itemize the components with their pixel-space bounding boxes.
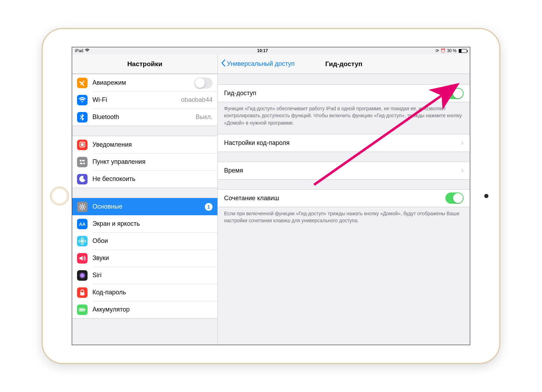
flower-icon (77, 236, 88, 246)
status-bar: iPad 10:17 ⟳ ⏰ 30 % (72, 47, 470, 54)
screen: iPad 10:17 ⟳ ⏰ 30 % Настройки АвиарежимW… (72, 47, 470, 345)
svg-rect-3 (82, 160, 85, 161)
svg-point-17 (81, 238, 83, 240)
back-label: Универсальный доступ (227, 60, 295, 68)
sidebar-item-label: Аккумулятор (92, 306, 213, 313)
row-label: Сочетание клавиш (224, 195, 445, 202)
svg-point-20 (84, 240, 86, 242)
toggle-guided-access[interactable] (445, 88, 464, 99)
svg-text:AA: AA (79, 222, 86, 227)
detail-body[interactable]: Гид-доступ Функция «Гид-доступ» обеспечи… (218, 74, 470, 345)
back-button[interactable]: Универсальный доступ (221, 59, 295, 68)
speaker-icon (77, 253, 88, 264)
sidebar-item-detail: Выкл. (195, 113, 213, 121)
aa-icon: AA (77, 219, 88, 229)
battery-percent: 30 % (447, 48, 457, 53)
camera-dot (484, 194, 488, 198)
ipad-frame: iPad 10:17 ⟳ ⏰ 30 % Настройки АвиарежимW… (42, 28, 500, 364)
sidebar-item-flower[interactable]: Обои (72, 232, 217, 250)
control-icon (77, 157, 88, 167)
sidebar-item-label: Код-пароль (92, 289, 213, 296)
svg-point-21 (79, 272, 85, 279)
device-label: iPad (75, 48, 83, 53)
sidebar-item-label: Авиарежим (92, 79, 194, 86)
sidebar-item-label: Экран и яркость (92, 220, 213, 227)
row-label: Время (224, 167, 461, 174)
battery-icon (77, 304, 88, 315)
alarm-icon: ⏰ (440, 48, 446, 53)
chevron-right-icon: › (461, 138, 464, 147)
settings-sidebar: Настройки АвиарежимWi-Fiobaobab44Bluetoo… (72, 54, 218, 345)
svg-point-2 (80, 160, 82, 161)
sidebar-item-label: Wi-Fi (92, 96, 181, 104)
battery-icon (459, 49, 467, 53)
svg-line-14 (80, 208, 81, 209)
detail-pane: Универсальный доступ Гид-доступ Гид-дост… (218, 54, 470, 345)
sidebar-item-label: Не беспокоить (92, 175, 213, 183)
sidebar-item-speaker[interactable]: Звуки (72, 250, 217, 267)
svg-point-6 (81, 205, 84, 208)
sidebar-item-detail: obaobab44 (181, 96, 213, 104)
svg-rect-25 (80, 309, 84, 310)
badge: 1 (205, 203, 213, 211)
sidebar-item-battery[interactable]: Аккумулятор (72, 301, 217, 318)
row-label: Настройки код-пароля (224, 139, 461, 147)
sidebar-item-label: Основные (92, 203, 205, 210)
row-passcode-settings[interactable]: Настройки код-пароля › (218, 134, 470, 152)
svg-point-18 (81, 243, 83, 245)
sidebar-item-lock[interactable]: Код-пароль (72, 284, 217, 301)
toggle-airplane[interactable] (194, 77, 213, 89)
toggle-shortcut[interactable] (445, 192, 464, 204)
sidebar-item-moon[interactable]: Не беспокоить (72, 170, 217, 188)
sidebar-title: Настройки (72, 54, 217, 74)
sidebar-item-control[interactable]: Пункт управления (72, 153, 217, 170)
svg-rect-24 (85, 309, 85, 310)
sidebar-item-wifi[interactable]: Wi-Fiobaobab44 (72, 91, 217, 108)
sidebar-item-aa[interactable]: AAЭкран и яркость (72, 215, 217, 232)
sidebar-item-label: Уведомления (92, 141, 213, 148)
sidebar-item-label: Siri (92, 272, 213, 279)
svg-rect-22 (80, 292, 84, 295)
bluetooth-icon (77, 112, 88, 122)
home-button[interactable] (50, 187, 69, 205)
row-accessibility-shortcut: Сочетание клавиш (218, 190, 470, 207)
svg-point-4 (83, 162, 85, 164)
siri-icon (77, 270, 88, 281)
sidebar-item-label: Bluetooth (92, 113, 195, 121)
chevron-left-icon (221, 59, 225, 68)
wifi-icon (77, 95, 88, 105)
sidebar-item-siri[interactable]: Siri (72, 267, 217, 284)
svg-point-19 (79, 240, 81, 242)
sidebar-item-label: Звуки (92, 254, 213, 262)
svg-rect-1 (81, 143, 84, 146)
row-label: Гид-доступ (224, 90, 445, 97)
svg-point-16 (81, 240, 83, 242)
row-guided-access: Гид-доступ (218, 85, 470, 102)
footer-guided: Функция «Гид-доступ» обеспечивает работу… (218, 102, 470, 134)
svg-rect-5 (80, 163, 83, 164)
moon-icon (77, 174, 88, 184)
orientation-lock-icon: ⟳ (436, 48, 439, 53)
gear-icon (77, 202, 88, 212)
sidebar-item-bluetooth[interactable]: BluetoothВыкл. (72, 108, 217, 126)
svg-line-12 (84, 208, 85, 209)
svg-line-11 (80, 204, 81, 205)
sidebar-item-label: Обои (92, 237, 213, 245)
airplane-icon (77, 78, 88, 88)
sidebar-item-airplane[interactable]: Авиарежим (72, 74, 217, 91)
lock-icon (77, 287, 88, 298)
detail-header: Универсальный доступ Гид-доступ (218, 54, 470, 74)
wifi-icon (85, 48, 90, 53)
footer-shortcut: Если при включенной функции «Гид-доступ»… (218, 207, 470, 232)
sidebar-item-label: Пункт управления (92, 158, 213, 166)
chevron-right-icon: › (461, 166, 464, 175)
sidebar-list[interactable]: АвиарежимWi-Fiobaobab44BluetoothВыкл.Уве… (72, 74, 217, 345)
bell-icon (77, 140, 88, 150)
sidebar-item-bell[interactable]: Уведомления (72, 136, 217, 153)
svg-line-13 (84, 204, 85, 205)
row-time-limits[interactable]: Время › (218, 162, 470, 179)
sidebar-item-gear[interactable]: Основные1 (72, 198, 217, 215)
clock: 10:17 (90, 48, 436, 53)
